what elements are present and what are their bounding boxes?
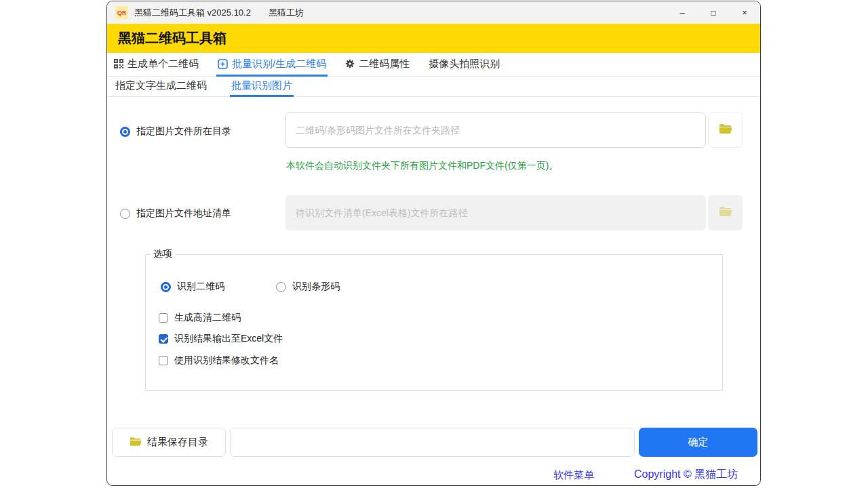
tab-batch-recognize-generate[interactable]: 批量识别/生成二维码 — [216, 53, 328, 77]
checkbox-unchecked-icon[interactable] — [159, 313, 168, 323]
close-icon[interactable]: × — [729, 1, 760, 24]
tab-generate-single-qr[interactable]: 生成单个二维码 — [113, 53, 200, 77]
app-qr-icon: QR — [115, 6, 128, 19]
hd-qr-checkbox-label: 生成高清二维码 — [174, 312, 241, 324]
title-bar: QR 黑猫二维码工具箱 v2025.10.2 黑猫工坊 – □ × — [107, 1, 760, 24]
window-controls: – □ × — [667, 1, 760, 24]
image-dir-browse-button[interactable] — [708, 113, 743, 148]
save-dir-path-input[interactable] — [230, 428, 635, 457]
rename-file-checkbox-row[interactable]: 使用识别结果修改文件名 — [159, 354, 279, 367]
folder-icon — [130, 436, 142, 449]
image-dir-radio-label: 指定图片文件所在目录 — [136, 125, 231, 138]
file-list-browse-button — [708, 195, 743, 230]
tab-label: 生成单个二维码 — [127, 58, 199, 70]
file-list-radio-row[interactable]: 指定图片文件地址清单 — [120, 207, 231, 220]
confirm-button[interactable]: 确定 — [639, 428, 757, 457]
software-menu-link[interactable]: 软件菜单 — [553, 469, 594, 482]
radio-unselected-icon[interactable] — [276, 282, 286, 292]
recognize-barcode-radio-label: 识别条形码 — [292, 281, 340, 293]
main-tab-bar: 生成单个二维码 批量识别/生成二维码 — [107, 53, 760, 77]
copyright-text: Copyright © 黑猫工坊 — [634, 468, 738, 482]
minimize-icon[interactable]: – — [667, 1, 698, 24]
radio-unselected-icon[interactable] — [120, 209, 130, 219]
subtab-text-to-qr[interactable]: 指定文字生成二维码 — [114, 77, 208, 97]
excel-output-checkbox-label: 识别结果输出至Excel文件 — [174, 333, 283, 345]
checkbox-checked-icon[interactable] — [159, 334, 168, 344]
app-banner-title: 黑猫二维码工具箱 — [118, 29, 226, 47]
app-banner: 黑猫二维码工具箱 — [107, 24, 760, 53]
recognize-barcode-radio-row[interactable]: 识别条形码 — [276, 281, 340, 293]
folder-icon — [719, 123, 732, 137]
app-window: QR 黑猫二维码工具箱 v2025.10.2 黑猫工坊 – □ × 黑猫二维码工… — [106, 1, 761, 486]
options-legend: 选项 — [151, 248, 175, 260]
tab-camera-recognize[interactable]: 摄像头拍照识别 — [427, 53, 501, 77]
image-dir-input[interactable] — [285, 113, 706, 148]
recognize-qr-radio-label: 识别二维码 — [177, 281, 224, 293]
auto-recognize-hint: 本软件会自动识别文件夹下所有图片文件和PDF文件(仅第一页)。 — [286, 160, 558, 172]
subtab-batch-recognize-images[interactable]: 批量识别图片 — [230, 77, 294, 97]
tab-label: 摄像头拍照识别 — [429, 58, 500, 70]
image-dir-radio-row[interactable]: 指定图片文件所在目录 — [120, 125, 231, 138]
tab-label: 二维码属性 — [359, 58, 410, 70]
save-dir-button[interactable]: 结果保存目录 — [112, 428, 226, 457]
save-dir-button-label: 结果保存目录 — [147, 436, 208, 449]
file-list-input[interactable] — [285, 195, 706, 230]
gear-icon — [345, 59, 355, 68]
sub-tab-bar: 指定文字生成二维码 批量识别图片 — [107, 77, 760, 97]
radio-selected-icon[interactable] — [161, 282, 171, 292]
tab-qr-properties[interactable]: 二维码属性 — [344, 53, 411, 77]
radio-selected-icon[interactable] — [120, 127, 130, 137]
folder-icon — [719, 206, 732, 220]
recognize-qr-radio-row[interactable]: 识别二维码 — [161, 281, 224, 293]
excel-output-checkbox-row[interactable]: 识别结果输出至Excel文件 — [159, 333, 283, 345]
maximize-icon[interactable]: □ — [698, 1, 729, 24]
rename-file-checkbox-label: 使用识别结果修改文件名 — [174, 354, 279, 367]
hd-qr-checkbox-row[interactable]: 生成高清二维码 — [159, 312, 241, 324]
checkbox-unchecked-icon[interactable] — [159, 356, 168, 365]
window-title: 黑猫二维码工具箱 v2025.10.2 — [134, 7, 251, 19]
batch-qr-icon — [218, 59, 228, 69]
file-list-radio-label: 指定图片文件地址清单 — [136, 207, 231, 220]
window-title-suffix: 黑猫工坊 — [269, 7, 304, 19]
qr-icon — [114, 59, 123, 68]
tab-label: 批量识别/生成二维码 — [232, 58, 326, 70]
